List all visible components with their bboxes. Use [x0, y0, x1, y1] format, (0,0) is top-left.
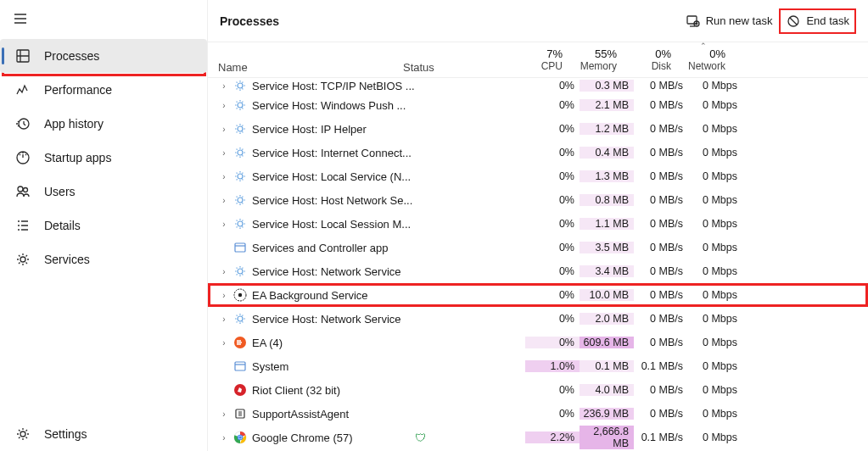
nav-details[interactable]: Details [0, 209, 207, 242]
table-row[interactable]: ›EA (4)0%609.6 MB0 MB/s0 Mbps [208, 331, 868, 354]
process-icon [233, 407, 247, 420]
svg-point-16 [238, 221, 243, 226]
nav-processes[interactable]: Processes [0, 39, 207, 73]
nav-services[interactable]: Services [0, 242, 207, 276]
memory-cell: 3.5 MB [580, 242, 634, 253]
network-cell: 0 Mbps [688, 194, 742, 206]
expand-toggle[interactable]: › [218, 338, 230, 348]
expand-toggle[interactable]: › [218, 220, 230, 229]
process-name: Google Chrome (57) [252, 432, 415, 444]
expand-toggle[interactable]: › [218, 81, 230, 91]
col-network[interactable]: ⌃ 0%Network [676, 42, 731, 77]
expand-toggle[interactable]: › [218, 409, 230, 419]
nav-users[interactable]: Users [0, 175, 207, 209]
cpu-cell: 2.2% [525, 432, 580, 443]
expand-toggle[interactable]: › [218, 315, 230, 324]
process-icon [233, 312, 247, 326]
svg-point-12 [238, 126, 243, 131]
process-name: Riot Client (32 bit) [252, 384, 415, 397]
table-row[interactable]: ›Service Host: IP Helper0%1.2 MB0 MB/s0 … [208, 117, 868, 141]
end-task-button[interactable]: End task [779, 8, 856, 34]
memory-cell: 3.4 MB [580, 265, 634, 277]
disk-cell: 0 MB/s [634, 384, 688, 396]
network-cell: 0 Mbps [688, 170, 742, 182]
end-task-icon [786, 14, 801, 29]
table-row[interactable]: ›Service Host: TCP/IP NetBIOS ...0%0.3 M… [208, 78, 868, 93]
disk-cell: 0 MB/s [634, 265, 688, 277]
expand-toggle[interactable]: › [218, 291, 230, 300]
gear-icon [15, 426, 31, 442]
table-row[interactable]: Services and Controller app0%3.5 MB0 MB/… [208, 236, 868, 259]
process-icon [233, 122, 247, 136]
run-new-task-button[interactable]: Run new task [679, 8, 780, 34]
expand-toggle[interactable]: › [218, 433, 230, 443]
process-name: Service Host: Network Service [252, 313, 415, 326]
svg-point-10 [238, 83, 243, 88]
network-cell: 0 Mbps [688, 123, 742, 135]
hamburger-button[interactable] [3, 3, 37, 34]
cpu-cell: 0% [525, 265, 580, 277]
table-row[interactable]: ›EA Background Service0%10.0 MB0 MB/s0 M… [208, 283, 868, 307]
process-name: Service Host: Host Network Se... [252, 194, 415, 207]
expand-toggle[interactable]: › [218, 125, 230, 134]
col-status[interactable]: Status [403, 42, 513, 77]
memory-cell: 0.4 MB [580, 147, 634, 159]
process-icon [233, 79, 247, 92]
svg-point-15 [238, 198, 243, 203]
table-row[interactable]: ›Service Host: Local Session M...0%1.1 M… [208, 212, 868, 236]
process-name: EA Background Service [252, 289, 415, 302]
process-name: Service Host: IP Helper [252, 123, 415, 136]
nav-label: Users [44, 185, 76, 198]
table-row[interactable]: System1.0%0.1 MB0.1 MB/s0 Mbps [208, 354, 868, 378]
col-name[interactable]: Name [218, 42, 403, 77]
memory-cell: 1.3 MB [580, 170, 634, 182]
expand-toggle[interactable]: › [218, 172, 230, 181]
svg-point-4 [24, 188, 28, 192]
table-row[interactable]: ›Google Chrome (57)🛡2.2%2,666.8 MB0.1 MB… [208, 426, 868, 449]
cpu-cell: 0% [525, 242, 580, 253]
network-cell: 0 Mbps [688, 218, 742, 230]
expand-toggle[interactable]: › [218, 267, 230, 276]
expand-toggle[interactable]: › [218, 101, 230, 110]
startup-icon [15, 150, 31, 165]
process-name: Service Host: Internet Connect... [252, 147, 415, 159]
table-row[interactable]: ›Service Host: Network Service0%3.4 MB0 … [208, 259, 868, 283]
table-row[interactable]: ›Service Host: Internet Connect...0%0.4 … [208, 141, 868, 164]
col-cpu[interactable]: 7%CPU [513, 42, 568, 77]
nav-settings[interactable]: Settings [0, 417, 207, 451]
shield-icon: 🛡 [415, 432, 426, 444]
col-disk[interactable]: 0%Disk [622, 42, 676, 77]
nav-label: Startup apps [44, 151, 111, 164]
cpu-cell: 0% [525, 80, 580, 92]
disk-cell: 0.1 MB/s [634, 360, 688, 372]
network-cell: 0 Mbps [688, 265, 742, 277]
sort-caret-icon: ⌃ [700, 42, 707, 50]
nav-performance[interactable]: Performance [0, 73, 207, 107]
table-row[interactable]: ›Service Host: Network Service0%2.0 MB0 … [208, 307, 868, 331]
svg-point-6 [20, 432, 25, 437]
network-cell: 0 Mbps [688, 147, 742, 159]
table-row[interactable]: ›Service Host: Windows Push ...0%2.1 MB0… [208, 93, 868, 117]
expand-toggle[interactable]: › [218, 196, 230, 205]
disk-cell: 0 MB/s [634, 194, 688, 206]
process-name: EA (4) [252, 337, 415, 349]
cpu-cell: 0% [525, 99, 580, 111]
cpu-cell: 0% [525, 313, 580, 325]
nav-startup-apps[interactable]: Startup apps [0, 141, 207, 175]
nav-app-history[interactable]: App history [0, 107, 207, 141]
table-row[interactable]: ›Service Host: Host Network Se...0%0.8 M… [208, 188, 868, 212]
process-name: Service Host: Network Service [252, 265, 415, 278]
table-row[interactable]: ›SupportAssistAgent0%236.9 MB0 MB/s0 Mbp… [208, 402, 868, 426]
table-row[interactable]: Riot Client (32 bit)0%4.0 MB0 MB/s0 Mbps [208, 378, 868, 402]
process-name: SupportAssistAgent [252, 408, 415, 420]
network-cell: 0 Mbps [688, 408, 742, 420]
col-memory[interactable]: 55%Memory [568, 42, 622, 77]
disk-cell: 0 MB/s [634, 80, 688, 92]
details-icon [15, 218, 31, 233]
run-task-icon [686, 14, 701, 29]
expand-toggle[interactable]: › [218, 148, 230, 158]
network-cell: 0 Mbps [688, 432, 742, 443]
cpu-cell: 0% [525, 194, 580, 206]
process-icon [233, 336, 247, 349]
table-row[interactable]: ›Service Host: Local Service (N...0%1.3 … [208, 164, 868, 188]
